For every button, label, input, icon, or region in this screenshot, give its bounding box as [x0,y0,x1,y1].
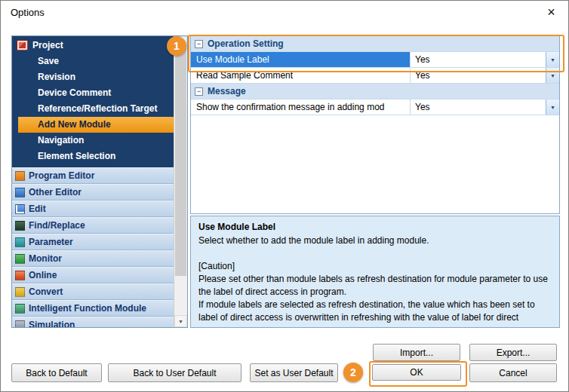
group-header-message[interactable]: − Message [191,84,559,100]
close-icon[interactable]: × [534,1,568,24]
combobox-value: Yes [415,70,430,81]
show-confirmation-message-value-combobox[interactable]: Yes ▼ [411,100,559,115]
collapse-icon[interactable]: − [195,40,203,48]
sidebar-item-label: Monitor [29,253,62,264]
sidebar-item-label: Project [32,40,63,51]
combobox-value: Yes [415,102,430,112]
find-replace-icon [15,221,25,231]
row-label-use-module-label[interactable]: Use Module Label [191,52,411,67]
row-label-read-sample-comment[interactable]: Read Sample Comment [191,68,411,83]
scroll-down-icon[interactable]: ▼ [174,315,187,327]
options-dialog: Options × Project Save Revision Device C… [0,0,569,392]
sidebar-item-monitor[interactable]: Monitor [12,250,174,267]
group-header-operation-setting[interactable]: − Operation Setting [191,36,559,52]
sidebar-item-program-editor[interactable]: Program Editor [12,167,174,184]
sidebar-item-intelligent-function-module[interactable]: Intelligent Function Module [12,300,174,317]
back-to-default-button[interactable]: Back to Default [11,363,102,382]
sidebar-item-edit[interactable]: Edit [12,201,174,217]
intelligent-function-module-icon [15,304,25,314]
settings-property-grid: − Operation Setting Use Module Label Yes… [190,35,560,214]
sidebar-item-element-selection[interactable]: Element Selection [18,149,174,164]
import-button[interactable]: Import... [373,344,460,361]
chevron-down-icon[interactable]: ▼ [546,100,559,115]
scrollbar-thumb[interactable] [175,48,186,276]
table-row: Use Module Label Yes ▼ [191,52,559,68]
sidebar-scrollbar[interactable]: ▲ ▼ [174,36,187,327]
program-editor-icon [15,171,25,181]
description-caution-label: [Caution] [198,260,552,273]
options-category-tree: Project Save Revision Device Comment Ref… [11,35,188,328]
sidebar-item-save[interactable]: Save [18,54,174,69]
parameter-icon [15,237,25,247]
combobox-value: Yes [415,54,430,65]
window-title: Options [11,7,45,18]
group-title: Operation Setting [208,38,284,49]
sidebar-item-revision[interactable]: Revision [18,69,174,85]
sidebar-item-find-replace[interactable]: Find/Replace [12,217,174,234]
sidebar-item-simulation[interactable]: Simulation [12,317,174,327]
sidebar-item-label: Online [29,270,57,280]
sidebar-item-label: Find/Replace [29,220,85,231]
sidebar-item-online[interactable]: Online [12,267,174,283]
chevron-down-icon[interactable]: ▼ [546,52,559,67]
edit-icon [15,204,25,214]
scroll-up-icon[interactable]: ▲ [174,36,187,48]
sidebar-item-label: Parameter [29,237,73,247]
sidebar-item-label: Simulation [29,320,75,327]
description-spacer [198,247,552,260]
sidebar-item-label: Edit [29,204,46,214]
cancel-button[interactable]: Cancel [469,363,557,382]
description-text: Please set other than module labels as r… [198,273,552,299]
read-sample-comment-value-combobox[interactable]: Yes ▼ [411,68,559,83]
sidebar-item-label: Other Editor [29,187,82,198]
convert-icon [15,287,25,297]
sidebar-item-project[interactable]: Project [12,36,174,54]
sidebar-item-parameter[interactable]: Parameter [12,234,174,250]
collapse-icon[interactable]: − [195,87,203,96]
title-bar: Options × [1,1,568,24]
group-title: Message [208,86,246,96]
project-section: Project Save Revision Device Comment Ref… [12,36,174,167]
project-icon [17,40,28,51]
description-title: Use Module Label [198,221,552,234]
sidebar-item-reference-reflection-target[interactable]: Reference/Reflection Target [18,101,174,117]
ok-button[interactable]: OK [372,364,461,381]
chevron-down-icon[interactable]: ▼ [546,68,559,83]
description-text: Select whether to add the module label i… [198,234,552,247]
sidebar-item-label: Convert [29,286,63,297]
table-row: Show the confirmation message in adding … [191,100,559,115]
sidebar-item-other-editor[interactable]: Other Editor [12,184,174,201]
description-panel: Use Module Label Select whether to add t… [190,216,560,328]
annotation-step-2-badge: 2 [343,363,363,382]
sidebar-item-add-new-module[interactable]: Add New Module [18,117,174,133]
other-editor-icon [15,188,25,198]
sidebar-item-label: Intelligent Function Module [29,303,146,314]
monitor-icon [15,254,25,264]
table-row: Read Sample Comment Yes ▼ [191,68,559,84]
export-button[interactable]: Export... [469,344,557,361]
sidebar-item-navigation[interactable]: Navigation [18,133,174,149]
tree-list: Project Save Revision Device Comment Ref… [12,36,174,327]
sidebar-item-device-comment[interactable]: Device Comment [18,85,174,101]
back-to-user-default-button[interactable]: Back to User Default [108,363,241,382]
sidebar-item-convert[interactable]: Convert [12,283,174,300]
description-text: If module labels are selected as refresh… [198,299,552,328]
online-icon [15,271,25,280]
use-module-label-value-combobox[interactable]: Yes ▼ [411,52,559,67]
simulation-icon [15,320,25,328]
row-label-show-confirmation-message[interactable]: Show the confirmation message in adding … [191,100,411,115]
sidebar-item-label: Program Editor [29,170,94,181]
set-as-user-default-button[interactable]: Set as User Default [250,363,338,382]
